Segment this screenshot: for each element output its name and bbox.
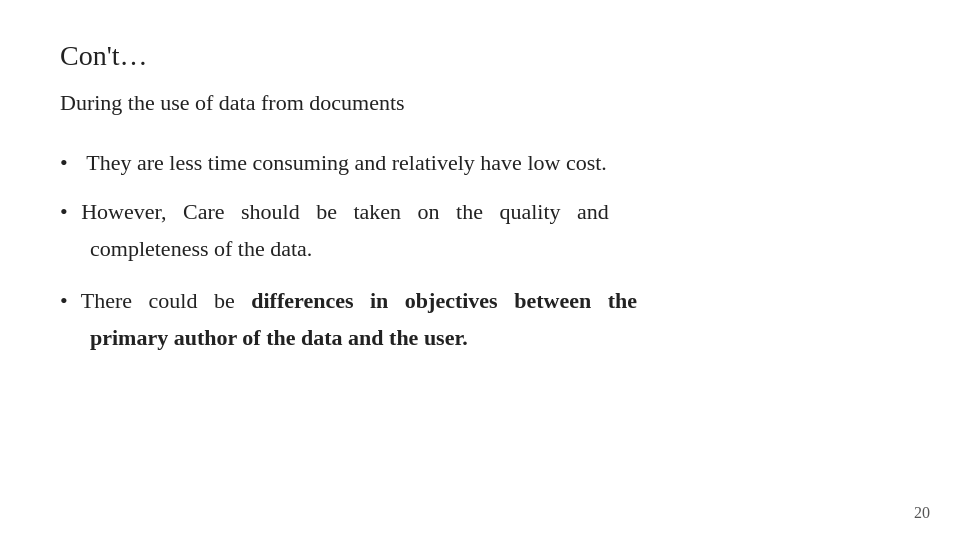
bullet-item-2: • However, Care should be taken on the q… (60, 195, 900, 228)
bold-differences: differences in objectives between the (251, 288, 637, 313)
page-number: 20 (914, 504, 930, 522)
bullet-point-2: • (60, 195, 68, 228)
bold-primary-author: primary author of the data and the user. (90, 325, 468, 350)
slide-container: Con't… During the use of data from docum… (0, 0, 960, 540)
slide-subtitle: During the use of data from documents (60, 90, 900, 116)
bullet-text-2: However, Care should be taken on the qua… (76, 195, 609, 228)
bullet-3-continuation: primary author of the data and the user. (60, 325, 900, 351)
bullet-2-continuation: completeness of the data. (60, 236, 900, 262)
bullet-item-1: • They are less time consuming and relat… (60, 146, 900, 179)
bullet-point-1: • (60, 146, 68, 179)
bullet-text-3: There could be differences in objectives… (76, 284, 637, 317)
bullet-point-3: • (60, 284, 68, 317)
bullet-item-3: • There could be differences in objectiv… (60, 284, 900, 317)
bullet-text-1: They are less time consuming and relativ… (76, 146, 607, 179)
slide-title: Con't… (60, 40, 900, 72)
